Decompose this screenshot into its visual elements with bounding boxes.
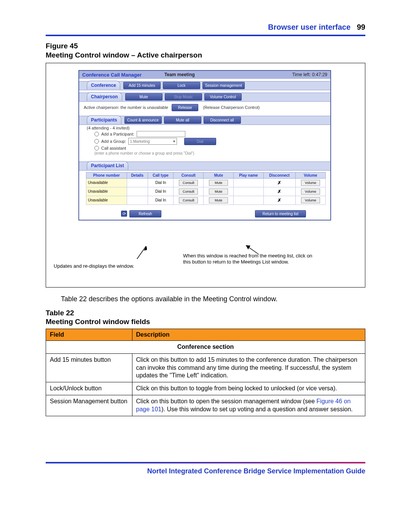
release-desc: (Release Chairperson Control) [203,105,260,110]
table-row: UnavailableDial InConsultMute✗Volume [86,178,326,187]
dial-hint: (enter a phone number or choose a group … [94,151,326,155]
volume-button[interactable]: Volume [301,197,320,203]
refresh-icon[interactable]: ⟳ [121,211,127,217]
radio-call-assistant[interactable] [94,146,99,150]
lock-button[interactable]: Lock [163,82,200,89]
table-row: UnavailableDial InConsultMute✗Volume [86,187,326,196]
meeting-name: Team meeting [164,72,195,77]
conference-section-row: Conference section [46,341,365,354]
count-announce-button[interactable]: Count & announce [124,117,162,124]
mute-all-button[interactable]: Mute all [164,117,201,124]
chairperson-status: Active chairperson: the number is unavai… [84,105,168,110]
table-label: Table 22 [46,309,74,317]
mute-button[interactable]: Mute [209,197,228,203]
conference-call-manager: Conference Call Manager Team meeting Tim… [78,70,331,220]
refresh-annotation: Updates and re-displays the window. [54,263,168,269]
tab-chairperson: Chairperson [87,92,122,101]
col-consult: Consult [174,172,204,178]
col-calltype: Call type [148,172,173,178]
volume-button[interactable]: Volume [301,189,320,195]
refresh-button[interactable]: Refresh [129,210,161,217]
add-participant-label: Add a Participant: [101,132,134,136]
return-annotation: When this window is reached from the mee… [183,253,312,265]
consult-button[interactable]: Consult [179,189,198,195]
divider [46,35,365,36]
col-phone: Phone number [86,172,127,178]
session-management-button[interactable]: Session management [202,82,245,89]
tab-conference: Conference [87,81,120,89]
add-participant-input[interactable] [137,131,185,137]
figure-label: Figure 45 [46,42,78,50]
table-caption: Meeting Control window fields [46,318,150,326]
disconnect-all-button[interactable]: Disconnect all [204,117,241,124]
breadcrumb: Browser user interface [268,23,350,31]
radio-add-group[interactable] [94,139,99,144]
add-group-label: Add a Group: [101,139,126,144]
window-titlebar: Conference Call Manager Team meeting Tim… [79,71,330,79]
paragraph: Table 22 describes the options available… [61,295,365,303]
dial-button[interactable]: Dial [184,138,216,145]
time-left: Time left: 0:47:29 [292,72,327,77]
app-brand: Conference Call Manager [82,72,142,78]
col-playname: Play name [234,172,263,178]
chair-volume-button[interactable]: Volume Control [204,93,242,101]
mute-button[interactable]: Mute [209,189,228,195]
col-volume: Volume [295,172,325,178]
figure-caption: Meeting Control window – Active chairper… [46,51,202,59]
page-number: 99 [357,23,365,31]
group-select[interactable]: 1.Marketing ▼ [128,138,177,145]
mute-button[interactable]: Mute [209,180,228,186]
tab-participant-list: Participant List [87,161,128,170]
volume-button[interactable]: Volume [301,180,320,186]
fields-table: Field Description Conference section Add… [46,329,365,416]
disconnect-icon[interactable]: ✗ [277,198,281,203]
col-description: Description [132,329,365,341]
attending-count: (4 attending - 4 invited) [87,126,326,130]
call-assistant-label: Call assistant [101,146,126,150]
col-mute: Mute [204,172,234,178]
table-row: UnavailableDial InConsultMute✗Volume [86,196,326,204]
consult-button[interactable]: Consult [179,180,198,186]
radio-add-participant[interactable] [94,132,99,136]
col-field: Field [46,329,132,341]
screenshot-container: Conference Call Manager Team meeting Tim… [46,63,365,288]
add-15-minutes-button[interactable]: Add 15 minutes [123,82,161,89]
disconnect-icon[interactable]: ✗ [277,180,281,185]
divider [46,462,365,463]
doc-footer: Nortel Integrated Conference Bridge Serv… [46,467,365,475]
svg-line-0 [137,246,146,259]
table-row: Session Management button Click on this … [46,395,365,416]
chairperson-body: Active chairperson: the number is unavai… [79,102,330,113]
disconnect-icon[interactable]: ✗ [277,189,281,194]
col-disconnect: Disconnect [263,172,295,178]
consult-button[interactable]: Consult [179,197,198,203]
participant-table: Phone number Details Call type Consult M… [86,172,326,205]
release-button[interactable]: Release [172,104,198,111]
table-row: Add 15 minutes button Click on this butt… [46,353,365,382]
return-to-meeting-list-button[interactable]: Return to meeting list [255,210,306,217]
stop-music-button[interactable]: Stop Music [165,93,202,101]
chevron-down-icon: ▼ [173,140,176,143]
col-details: Details [127,172,148,178]
chair-mute-button[interactable]: Mute [125,93,162,101]
table-row: Lock/Unlock button Click on this button … [46,382,365,395]
tab-participants: Participants [87,115,121,124]
svg-marker-3 [246,245,250,249]
